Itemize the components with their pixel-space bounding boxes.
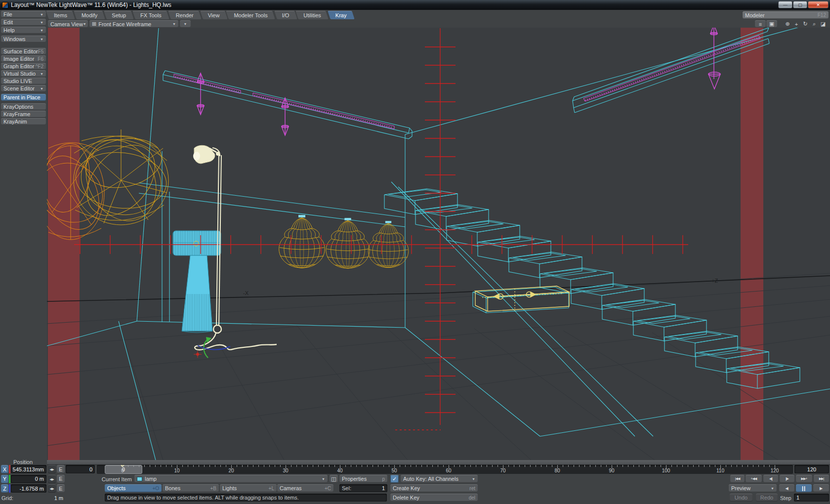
title-bar[interactable]: Layout™ NewTek LightWave™ 11.6 (Win64) -…: [0, 0, 830, 10]
chevron-down-icon: ▼: [472, 477, 475, 481]
ruler-tick: [362, 465, 362, 467]
viewport-canvas[interactable]: -X +Z: [47, 28, 830, 460]
play-reverse-button[interactable]: ◀: [779, 484, 794, 492]
create-key-button[interactable]: Create Keyret: [390, 484, 478, 492]
viewport-options-dropdown[interactable]: ▼: [180, 20, 191, 28]
position-x-field[interactable]: 545.3113mm: [11, 465, 46, 473]
sidebar-item-virtual-studio[interactable]: Virtual Studio▼: [1, 70, 46, 77]
maximize-viewport-icon[interactable]: ◪: [819, 20, 828, 28]
sidebar-item-scene-editor[interactable]: Scene Editor▼: [1, 85, 46, 92]
ruler-tick: [742, 465, 743, 467]
ruler-tick: [639, 465, 639, 467]
list-icon[interactable]: ≡: [755, 20, 766, 28]
ruler-tick: [699, 465, 699, 467]
tab-modeler-tools[interactable]: Modeler Tools: [227, 11, 274, 19]
undo-button[interactable]: Undo: [730, 494, 752, 502]
sidebar-item-krayframe[interactable]: KrayFrame: [1, 111, 46, 118]
ruler-tick: [476, 465, 476, 467]
position-z-field[interactable]: -1.6758 m: [11, 484, 46, 493]
shading-mode-dropdown[interactable]: ⊞Front Face Wireframe▼: [89, 20, 178, 28]
ruler-tick: [253, 465, 253, 467]
timeline-ruler[interactable]: 0 0102030405060708090100110120: [97, 465, 793, 474]
restore-button[interactable]: ▢: [793, 1, 807, 8]
tab-fx-tools[interactable]: FX Tools: [134, 11, 168, 19]
position-y-field[interactable]: 0 m: [11, 475, 46, 483]
start-frame-field[interactable]: 0: [66, 465, 95, 473]
delete-key-button[interactable]: Delete Keydel: [390, 494, 478, 502]
menu-help[interactable]: Help▼: [1, 27, 46, 34]
rotate-icon[interactable]: ↻: [801, 20, 810, 28]
ruler-tick: [405, 465, 406, 467]
chevron-down-icon: ▼: [322, 477, 325, 481]
next-keyframe-button[interactable]: ▶▶+: [796, 475, 812, 483]
sidebar-item-krayanim[interactable]: KrayAnim: [1, 118, 46, 125]
ruler-tick: [226, 465, 226, 467]
step-field[interactable]: 1: [794, 494, 829, 502]
current-item-dropdown[interactable]: lamp ▼: [134, 475, 328, 483]
modeler-button[interactable]: Modeler F12: [743, 11, 829, 19]
envelope-button[interactable]: E: [57, 484, 65, 493]
close-button[interactable]: ✕: [808, 1, 829, 8]
pan-icon[interactable]: +: [792, 20, 801, 28]
scrub-strip[interactable]: [47, 460, 830, 465]
sidebar-item-krayoptions[interactable]: KrayOptions: [1, 103, 46, 110]
preview-dropdown[interactable]: Preview▼: [729, 484, 777, 492]
item-type-cameras[interactable]: Cameras+C: [277, 484, 333, 492]
auto-key-dropdown[interactable]: Auto Key: All Channels▼: [401, 475, 478, 483]
view-mode-dropdown[interactable]: Camera View▼: [48, 20, 88, 28]
item-type-objects[interactable]: Objects+O: [105, 484, 162, 492]
ruler-tick: [579, 465, 580, 467]
item-type-bones[interactable]: Bones+B: [163, 484, 219, 492]
zoom-icon[interactable]: ⌕: [810, 20, 819, 28]
axis-color-bar: [9, 465, 10, 473]
step-back-button[interactable]: ◀||: [763, 475, 778, 483]
viewport[interactable]: -X +Z: [47, 28, 830, 460]
ruler-tick: [215, 465, 215, 467]
envelope-button[interactable]: E: [57, 465, 65, 473]
pause-button[interactable]: ||: [796, 484, 812, 492]
nudge-stepper[interactable]: ◀▶: [48, 475, 56, 483]
item-list-toggle[interactable]: ◫: [330, 475, 338, 483]
redo-button[interactable]: Redo: [756, 494, 778, 502]
properties-button[interactable]: Propertiesp: [339, 475, 387, 483]
sidebar-item-graph-editor[interactable]: Graph Editor^F2: [1, 63, 46, 70]
step-forward-button[interactable]: ||▶: [780, 475, 794, 483]
sidebar-item-surface-editor[interactable]: Surface EditorF5: [1, 48, 46, 55]
menu-file[interactable]: File▼: [1, 11, 46, 18]
tab-view[interactable]: View: [202, 11, 226, 19]
go-to-start-button[interactable]: |◀◀: [730, 475, 745, 483]
ruler-tick: [421, 465, 422, 467]
nudge-stepper[interactable]: ◀▶: [48, 484, 56, 493]
tab-modify[interactable]: Modify: [75, 11, 104, 19]
ruler-tick: [242, 465, 243, 467]
tab-i-o[interactable]: I/O: [276, 11, 296, 19]
ruler-tick: [291, 465, 291, 467]
save-view-icon[interactable]: ▣: [766, 20, 777, 28]
play-forward-button[interactable]: ▶: [813, 484, 829, 492]
axis-button-z[interactable]: Z: [1, 484, 8, 493]
end-frame-field[interactable]: 120: [794, 465, 829, 473]
auto-key-checkbox[interactable]: ✓: [390, 475, 399, 483]
tab-render[interactable]: Render: [169, 11, 200, 19]
tab-setup[interactable]: Setup: [105, 11, 132, 19]
tab-utilities[interactable]: Utilities: [297, 11, 327, 19]
go-to-end-button[interactable]: ▶▶|: [814, 475, 829, 483]
nudge-stepper[interactable]: ◀▶: [48, 465, 56, 473]
parent-in-place-button[interactable]: Parent in Place: [1, 94, 46, 101]
sidebar-item-image-editor[interactable]: Image EditorF6: [1, 55, 46, 62]
menu-windows[interactable]: Windows▼: [1, 36, 46, 42]
axis-button-x[interactable]: X: [1, 465, 8, 473]
item-type-lights[interactable]: Lights+L: [220, 484, 277, 492]
check-icon: ✓: [392, 476, 397, 482]
chevron-down-icon: ▼: [40, 13, 43, 16]
sidebar-item-studio-live[interactable]: Studio LIVE: [1, 78, 46, 84]
position-panel-title: Position: [0, 459, 46, 465]
axis-button-y[interactable]: Y: [1, 475, 8, 483]
menu-edit[interactable]: Edit▼: [1, 19, 46, 26]
tab-kray[interactable]: Kray: [329, 11, 353, 19]
tab-items[interactable]: Items: [47, 11, 74, 19]
envelope-button[interactable]: E: [57, 475, 65, 483]
minimize-button[interactable]: —: [778, 1, 792, 8]
previous-keyframe-button[interactable]: +◀◀: [746, 475, 762, 483]
center-item-icon[interactable]: ⊕: [783, 20, 792, 28]
